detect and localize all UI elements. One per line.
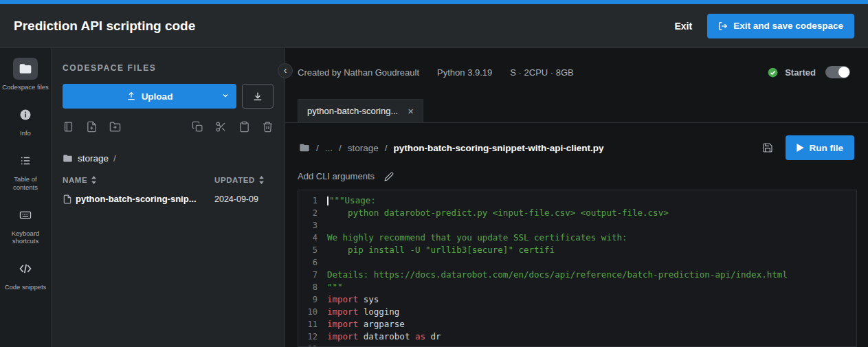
notebook-icon xyxy=(63,121,74,133)
breadcrumb-separator: / xyxy=(339,143,342,153)
logout-icon xyxy=(718,21,728,31)
edit-actions xyxy=(192,121,274,133)
collapse-sidebar-button[interactable]: ‹ xyxy=(278,63,293,78)
chevron-down-icon[interactable] xyxy=(221,91,230,100)
file-list-item[interactable]: python-batch-scoring-snip... 2024-09-09 xyxy=(63,194,274,204)
new-folder-button[interactable] xyxy=(109,121,121,133)
editor-area: ‹ Created by Nathan Goudreault Python 3.… xyxy=(285,48,868,347)
name-header-label: NAME xyxy=(63,176,87,184)
file-actions: Run file xyxy=(762,135,855,160)
machine-size-label: S · 2CPU · 8GB xyxy=(510,67,573,78)
copy-icon xyxy=(192,121,203,133)
tab-python-batch-scoring[interactable]: python-batch-scoring... × xyxy=(298,99,423,122)
codespace-meta-row: Created by Nathan Goudreault Python 3.9.… xyxy=(285,48,868,78)
code-line: 10import logging xyxy=(298,306,856,318)
download-button[interactable] xyxy=(242,84,274,109)
code-editor[interactable]: 1"""Usage:2 python datarobot-predict.py … xyxy=(298,190,857,347)
code-line: 8""" xyxy=(298,281,856,293)
file-updated-cell: 2024-09-09 xyxy=(214,194,274,204)
delete-button[interactable] xyxy=(262,121,274,133)
code-text: import argparse xyxy=(327,318,405,331)
rail-label: Info xyxy=(18,129,33,137)
storage-breadcrumb[interactable]: storage / xyxy=(63,153,274,164)
rail-item-table-of-contents[interactable]: Table of contents xyxy=(0,150,51,192)
file-breadcrumb-row: / ... / storage / python-batch-scoring-s… xyxy=(285,123,868,160)
code-line: 7Details: https://docs.datarobot.com/en/… xyxy=(298,269,856,281)
save-file-button[interactable] xyxy=(762,142,773,153)
duplicate-button[interactable] xyxy=(192,121,203,133)
app-header: Prediction API scripting code Exit Exit … xyxy=(0,4,868,48)
cut-button[interactable] xyxy=(215,121,227,133)
scissors-icon xyxy=(215,121,227,133)
storage-folder-label: storage xyxy=(78,153,109,164)
rail-item-info[interactable]: Info xyxy=(0,104,51,137)
name-column-header[interactable]: NAME xyxy=(63,176,214,184)
codespace-power-toggle[interactable] xyxy=(825,66,850,78)
file-icon xyxy=(63,194,72,204)
upload-label: Upload xyxy=(142,91,173,102)
create-actions xyxy=(63,121,121,133)
folder-plus-icon xyxy=(109,121,121,133)
edit-cli-arguments-button[interactable] xyxy=(384,172,394,181)
breadcrumb-separator: / xyxy=(316,143,319,153)
paste-button[interactable] xyxy=(238,121,250,133)
breadcrumb-storage[interactable]: storage xyxy=(348,143,379,153)
new-file-button[interactable] xyxy=(86,121,98,133)
rail-label: Code snippets xyxy=(3,283,49,291)
rail-label: Keyboard shortcuts xyxy=(0,230,51,246)
exit-button[interactable]: Exit xyxy=(674,21,692,32)
tab-label: python-batch-scoring... xyxy=(307,106,398,116)
breadcrumb-separator: / xyxy=(113,153,116,164)
code-text: Details: https://docs.datarobot.com/en/d… xyxy=(327,269,788,281)
exit-save-button[interactable]: Exit and save codespace xyxy=(707,14,854,38)
clipboard-icon xyxy=(238,121,250,133)
info-icon xyxy=(13,104,38,126)
updated-column-header[interactable]: UPDATED xyxy=(214,176,274,184)
save-icon xyxy=(762,142,773,153)
exit-save-label: Exit and save codespace xyxy=(733,21,843,31)
line-number: 1 xyxy=(298,194,327,207)
toggle-knob xyxy=(838,67,849,78)
run-file-button[interactable]: Run file xyxy=(786,135,855,160)
play-icon xyxy=(797,144,804,152)
code-text: """Usage: xyxy=(327,194,376,207)
code-line: 9import sys xyxy=(298,293,856,306)
code-line: 2 python datarobot-predict.py <input-fil… xyxy=(298,207,856,219)
run-file-label: Run file xyxy=(810,143,844,153)
rail-label: Table of contents xyxy=(0,175,51,192)
line-number: 4 xyxy=(298,232,327,244)
line-number: 5 xyxy=(298,244,327,256)
rail-item-codespace-files[interactable]: Codespace files xyxy=(0,58,51,91)
upload-row: Upload xyxy=(63,84,274,109)
close-icon[interactable]: × xyxy=(408,106,414,116)
panel-title: CODESPACE FILES xyxy=(63,63,274,73)
new-notebook-button[interactable] xyxy=(63,121,74,133)
python-version-label: Python 3.9.19 xyxy=(437,67,492,78)
folder-icon xyxy=(63,153,73,164)
code-lines: 1"""Usage:2 python datarobot-predict.py … xyxy=(298,194,856,347)
text-cursor xyxy=(327,197,329,205)
codespace-files-panel: CODESPACE FILES Upload xyxy=(52,48,285,347)
upload-button[interactable]: Upload xyxy=(63,84,236,109)
sort-icon xyxy=(91,176,97,184)
trash-icon xyxy=(262,121,274,133)
file-name-cell: python-batch-scoring-snip... xyxy=(63,194,214,204)
breadcrumb-ellipsis[interactable]: ... xyxy=(325,143,333,153)
rail-item-code-snippets[interactable]: Code snippets xyxy=(0,258,51,291)
sort-icon xyxy=(258,176,265,184)
body: Codespace files Info Table of contents K… xyxy=(0,48,868,347)
line-number: 7 xyxy=(298,269,327,281)
file-name: python-batch-scoring-snip... xyxy=(76,194,197,204)
line-number: 11 xyxy=(298,318,327,331)
download-icon xyxy=(252,91,263,102)
code-text: import datarobot as dr xyxy=(327,331,441,343)
keyboard-icon xyxy=(13,204,38,226)
code-text: import logging xyxy=(327,306,399,318)
code-text: pip install -U "urllib3[secure]" certifi xyxy=(327,244,555,256)
list-icon xyxy=(13,150,38,172)
cli-arguments-row: Add CLI arguments xyxy=(285,160,868,188)
created-by-label: Created by Nathan Goudreault xyxy=(298,67,419,78)
code-line: 13 xyxy=(298,343,856,347)
rail-item-keyboard-shortcuts[interactable]: Keyboard shortcuts xyxy=(0,204,51,246)
code-line: 5 pip install -U "urllib3[secure]" certi… xyxy=(298,244,856,256)
